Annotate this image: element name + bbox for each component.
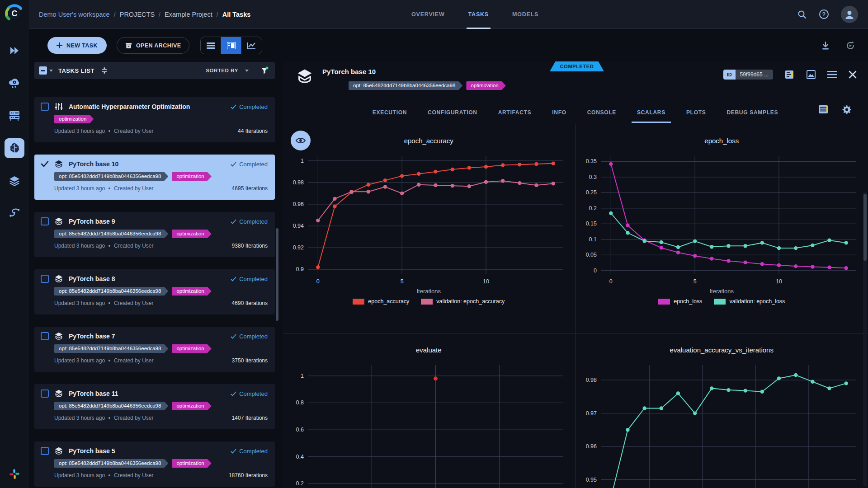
detail-tab-artifacts[interactable]: ARTIFACTS xyxy=(498,103,532,122)
menu-icon[interactable] xyxy=(827,70,837,79)
split-view-icon[interactable] xyxy=(221,37,241,54)
detail-tab-console[interactable]: CONSOLE xyxy=(587,103,616,122)
legend-item[interactable]: validation: epoch_accuracy xyxy=(421,298,505,305)
chart-svg[interactable]: 0.950.960.970.98 xyxy=(576,360,867,488)
chart-plot-area[interactable]: 0.950.960.970.98 xyxy=(576,360,868,488)
task-card[interactable]: PyTorch base 9Completedopt: 85e5482ddd71… xyxy=(34,212,275,257)
top-tab-models[interactable]: MODELS xyxy=(512,0,538,29)
detail-tab-info[interactable]: INFO xyxy=(552,103,566,122)
tag[interactable]: optimization xyxy=(172,287,211,296)
open-archive-button[interactable]: OPEN ARCHIVE xyxy=(117,37,190,54)
svg-text:0.94: 0.94 xyxy=(293,223,304,229)
chart-plot-area[interactable]: 0.90.920.940.960.9810510 xyxy=(283,150,575,287)
task-card[interactable]: PyTorch base 5Completedopt: 85e5482ddd71… xyxy=(34,441,275,487)
sorted-by-dropdown[interactable]: SORTED BY xyxy=(206,68,238,73)
new-task-button[interactable]: NEW TASK xyxy=(47,37,107,54)
task-checkbox[interactable] xyxy=(41,389,49,398)
sidebar-servers-icon[interactable] xyxy=(5,106,24,126)
select-all-checkbox[interactable] xyxy=(39,66,47,75)
tag[interactable]: optimization xyxy=(172,230,211,238)
top-tab-overview[interactable]: OVERVIEW xyxy=(411,0,445,29)
sidebar-pipeline-icon[interactable] xyxy=(5,203,24,223)
sorted-by-caret-icon[interactable] xyxy=(245,70,249,72)
chart-evaluation-accuracy[interactable]: evaluation_accuracy_vs_iterations0.950.9… xyxy=(576,333,868,488)
detail-tag[interactable]: optimization xyxy=(466,81,505,90)
avatar[interactable] xyxy=(841,6,858,23)
sidebar-brain-icon[interactable] xyxy=(5,138,24,158)
detail-tab-debug-samples[interactable]: DEBUG SAMPLES xyxy=(726,103,778,122)
tag[interactable]: opt: 85e5482ddd7149b8ba0446356eedca98 xyxy=(54,344,168,353)
task-checkbox[interactable] xyxy=(41,103,49,111)
breadcrumb-item[interactable]: Demo User's workspace xyxy=(39,11,110,18)
tag[interactable]: optimization xyxy=(172,344,211,353)
filter-funnel-icon[interactable] xyxy=(260,66,269,75)
legend-item[interactable]: epoch_accuracy xyxy=(353,298,409,305)
settings-gear-icon[interactable] xyxy=(842,105,852,115)
task-checkbox[interactable] xyxy=(41,332,49,340)
select-caret-icon[interactable] xyxy=(49,70,53,72)
sidebar-double-chevron-icon[interactable] xyxy=(5,41,24,61)
task-updated: Updated 3 hours ago xyxy=(54,472,105,479)
legend-item[interactable]: epoch_loss xyxy=(658,298,702,305)
slack-icon[interactable] xyxy=(9,468,20,480)
detail-tag[interactable]: opt: 85e5482ddd7149b8ba0446356eedca98 xyxy=(349,81,462,90)
task-card[interactable]: PyTorch base 7Completedopt: 85e5482ddd71… xyxy=(34,327,275,372)
tag[interactable]: optimization xyxy=(172,402,211,410)
console-note-icon[interactable] xyxy=(784,69,795,80)
collapse-rows-icon[interactable] xyxy=(101,67,108,74)
chart-view-icon[interactable] xyxy=(241,37,262,54)
table-view-icon[interactable] xyxy=(201,37,221,54)
chart-epoch-accuracy[interactable]: epoch_accuracy0.90.920.940.960.9810510It… xyxy=(283,124,576,333)
task-list-scrollbar[interactable] xyxy=(276,228,278,321)
top-tab-tasks[interactable]: TASKS xyxy=(468,0,489,29)
task-card[interactable]: Automatic Hyperparameter OptimizationCom… xyxy=(34,97,275,142)
tag[interactable]: opt: 85e5482ddd7149b8ba0446356eedca98 xyxy=(54,230,168,238)
selected-check-icon[interactable] xyxy=(41,160,49,168)
detail-tab-configuration[interactable]: CONFIGURATION xyxy=(428,103,477,122)
clearml-logo[interactable]: C xyxy=(4,3,25,24)
chart-svg[interactable]: 0.90.920.940.960.9810510 xyxy=(283,150,574,287)
breadcrumb-item[interactable]: Example Project xyxy=(165,11,212,18)
tag[interactable]: opt: 85e5482ddd7149b8ba0446356eedca98 xyxy=(54,402,168,410)
hide-metrics-eye-icon[interactable] xyxy=(291,131,311,150)
legend-item[interactable]: validation: epoch_loss xyxy=(714,298,785,305)
tag[interactable]: optimization xyxy=(54,115,94,123)
image-preview-icon[interactable] xyxy=(806,69,816,80)
metrics-table-icon[interactable] xyxy=(818,105,828,115)
chart-epoch-loss[interactable]: epoch_loss00.050.10.150.20.250.30.350510… xyxy=(576,124,868,333)
chart-svg[interactable]: 00.050.10.150.20.250.30.350510 xyxy=(576,150,867,287)
sidebar-cloud-gear-icon[interactable] xyxy=(5,73,24,93)
download-icon[interactable] xyxy=(821,41,830,50)
task-type-icon xyxy=(54,160,63,168)
chart-title: epoch_accuracy xyxy=(283,137,575,148)
search-icon[interactable] xyxy=(797,9,807,19)
chart-svg[interactable]: 0.20.40.60.81 xyxy=(283,360,574,488)
tag[interactable]: opt: 85e5482ddd7149b8ba0446356eedca98 xyxy=(54,172,168,181)
detail-tab-plots[interactable]: PLOTS xyxy=(686,103,706,122)
tag[interactable]: optimization xyxy=(172,459,211,468)
sidebar-layers-icon[interactable] xyxy=(5,171,24,191)
tag[interactable]: opt: 85e5482ddd7149b8ba0446356eedca98 xyxy=(54,459,168,468)
task-created-by: Created by User xyxy=(114,415,153,421)
breadcrumb: Demo User's workspace/PROJECTS/Example P… xyxy=(29,11,250,18)
task-card[interactable]: PyTorch base 11Completedopt: 85e5482ddd7… xyxy=(34,384,275,429)
help-icon[interactable]: ? xyxy=(819,9,829,19)
task-card[interactable]: PyTorch base 10Completedopt: 85e5482ddd7… xyxy=(34,155,275,200)
chart-evaluate[interactable]: evaluate0.20.40.60.81 xyxy=(283,333,576,488)
tag[interactable]: optimization xyxy=(172,172,211,181)
task-card[interactable]: PyTorch base 8Completedopt: 85e5482ddd71… xyxy=(34,269,275,314)
detail-tab-scalars[interactable]: SCALARS xyxy=(637,103,665,122)
detail-tab-execution[interactable]: EXECUTION xyxy=(373,103,407,122)
task-checkbox[interactable] xyxy=(41,275,49,283)
id-label: ID xyxy=(723,70,736,80)
chart-plot-area[interactable]: 00.050.10.150.20.250.30.350510 xyxy=(576,150,868,287)
charts-scrollbar[interactable] xyxy=(863,192,867,486)
breadcrumb-item[interactable]: PROJECTS xyxy=(120,11,155,18)
task-checkbox[interactable] xyxy=(41,217,49,225)
close-icon[interactable] xyxy=(848,70,857,79)
auto-refresh-icon[interactable] xyxy=(845,41,855,51)
task-id-chip[interactable]: ID 59f99d65 ... xyxy=(723,70,773,80)
tag[interactable]: opt: 85e5482ddd7149b8ba0446356eedca98 xyxy=(54,287,168,296)
task-checkbox[interactable] xyxy=(41,447,49,455)
chart-plot-area[interactable]: 0.20.40.60.81 xyxy=(283,360,575,488)
